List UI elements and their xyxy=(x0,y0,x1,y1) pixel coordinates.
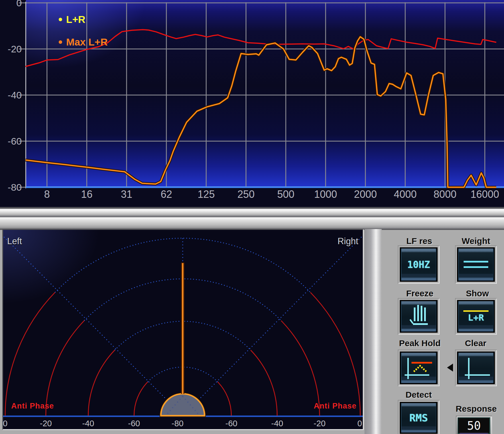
scope-bezel xyxy=(365,229,382,434)
max-lr-trace xyxy=(25,29,496,66)
frequency-tick-label: 16 xyxy=(81,188,92,200)
weight-button[interactable] xyxy=(455,245,497,284)
clear-axes-icon xyxy=(460,354,492,381)
frequency-tick-label: 16000 xyxy=(470,188,499,200)
frequency-tick-label: 250 xyxy=(237,188,255,200)
anti-phase-right-label: Anti Phase xyxy=(314,402,357,411)
lf-res-button[interactable]: 10HZ xyxy=(398,245,440,284)
frequency-tick-label: 125 xyxy=(198,188,215,200)
show-trace-icon xyxy=(463,310,489,312)
weight-label: Weight xyxy=(462,236,490,246)
lf-res-value: 10HZ xyxy=(407,259,430,270)
legend-label-lr: L+R xyxy=(66,14,85,25)
frequency-tick-label: 8 xyxy=(44,188,50,200)
spectrum-display: 0-20-40-60-80 81631621252505001000200040… xyxy=(0,0,504,207)
left-channel-label: Left xyxy=(7,236,22,246)
freeze-label: Freeze xyxy=(406,289,433,298)
phase-grid xyxy=(3,230,363,429)
response-field[interactable]: 50 xyxy=(456,416,492,434)
detect-value: RMS xyxy=(409,412,428,424)
stereo-position-scope: Left Right Anti Phase Anti Phase 0-20-40… xyxy=(2,229,364,430)
show-button[interactable]: L+R xyxy=(455,298,497,335)
response-value: 50 xyxy=(467,419,481,432)
detect-button[interactable]: RMS xyxy=(398,400,440,434)
peak-hold-label: Peak Hold xyxy=(399,338,440,348)
right-channel-label: Right xyxy=(338,236,358,246)
anti-phase-left-label: Anti Phase xyxy=(11,402,54,411)
frequency-tick-label: 31 xyxy=(121,188,132,200)
db-tick-label: 0 xyxy=(4,0,22,9)
db-tick-label: -20 xyxy=(4,44,22,55)
phase-scale-label: -60 xyxy=(128,419,140,428)
frequency-tick-label: 62 xyxy=(161,188,172,200)
response-label: Response xyxy=(456,404,497,414)
panel-divider[interactable] xyxy=(0,207,504,230)
legend-dot-max-lr xyxy=(59,40,62,44)
show-value: L+R xyxy=(468,312,484,323)
freeze-hand-icon xyxy=(404,303,433,329)
phase-scale-label: 0 xyxy=(357,419,362,428)
spectrum-plot xyxy=(0,0,504,207)
db-tick-label: -80 xyxy=(4,182,22,193)
clear-label: Clear xyxy=(465,338,486,348)
freeze-button[interactable] xyxy=(398,298,440,335)
phase-scale-label: 0 xyxy=(3,419,7,428)
phase-scale-label: -80 xyxy=(172,419,184,428)
db-tick-label: -60 xyxy=(4,136,22,147)
phase-scale-label: -60 xyxy=(225,419,237,428)
show-label: Show xyxy=(466,289,489,298)
legend-label-max-lr: Max L+R xyxy=(66,36,108,48)
phase-scale-label: -40 xyxy=(271,419,283,428)
peak-hold-button[interactable] xyxy=(398,350,440,386)
phase-scale-label: -20 xyxy=(314,419,326,428)
db-tick-label: -40 xyxy=(4,90,22,101)
detect-label: Detect xyxy=(405,390,432,400)
collapse-arrow-icon[interactable] xyxy=(447,364,453,372)
legend-item-max-lr[interactable]: Max L+R xyxy=(59,36,108,48)
legend-dot-lr xyxy=(59,18,62,21)
lf-res-label: LF res xyxy=(406,236,432,246)
phase-scale-label: -20 xyxy=(40,419,52,428)
frequency-tick-label: 8000 xyxy=(434,188,456,200)
frequency-tick-label: 2000 xyxy=(354,188,377,200)
peak-hold-icon xyxy=(403,354,434,381)
clear-button[interactable] xyxy=(455,350,497,386)
flat-weight-icon xyxy=(462,259,490,271)
paz-analyzer-window: 0-20-40-60-80 81631621252505001000200040… xyxy=(0,0,504,434)
response-slider-track[interactable] xyxy=(460,433,488,434)
frequency-tick-label: 500 xyxy=(277,188,294,200)
frequency-tick-label: 4000 xyxy=(394,188,417,200)
frequency-tick-label: 1000 xyxy=(314,188,337,200)
phase-scale-label: -40 xyxy=(82,419,94,428)
legend-item-lr[interactable]: L+R xyxy=(59,14,85,25)
